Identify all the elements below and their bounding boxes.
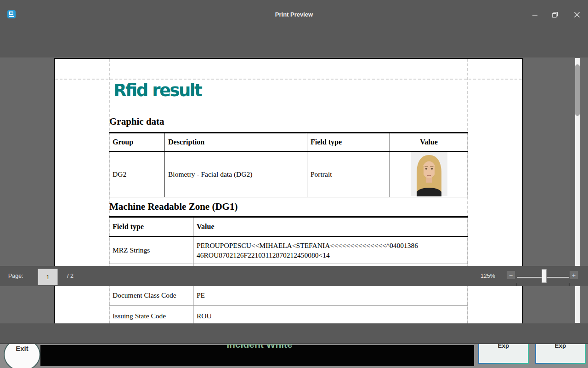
- margin-guide-top: [55, 79, 522, 80]
- portrait-photo: [411, 152, 447, 196]
- slider-tick: [516, 283, 517, 286]
- zoom-percent: 125%: [481, 273, 495, 279]
- title-bar: Print Preview: [0, 0, 588, 29]
- document-title: Rfid result: [113, 81, 201, 100]
- cell-field-type: Portrait: [307, 151, 390, 197]
- cell-description: Biometry - Facial data (DG2): [165, 151, 307, 197]
- zoom-slider-thumb[interactable]: [542, 269, 547, 283]
- toolbar: ?: [0, 29, 588, 58]
- zoom-plus-button[interactable]: +: [570, 271, 578, 279]
- window-title: Print Preview: [0, 11, 588, 18]
- cell-value: PEROUPOPESCU<<MIHAELA<STEFANIA<<<<<<<<<<…: [193, 236, 468, 264]
- page-total: / 2: [67, 273, 74, 279]
- cell-portrait: [390, 151, 468, 197]
- scrollbar-thumb[interactable]: [575, 64, 580, 116]
- restore-button[interactable]: [548, 10, 562, 19]
- col-field-type: Field type: [109, 217, 193, 236]
- cell-field: Document Class Code: [109, 285, 193, 306]
- screen: Exit Incident White Exp Exp Print Previe…: [0, 0, 588, 368]
- status-bar: Page: / 2 125% − +: [0, 266, 588, 286]
- graphic-data-heading: Graphic data: [109, 116, 164, 127]
- print-preview-window: Print Preview: [0, 0, 588, 344]
- mrz-heading: Machine Readable Zone (DG1): [109, 201, 237, 213]
- export-button-1-label: Exp: [479, 341, 528, 363]
- cell-field: MRZ Strings: [109, 236, 193, 264]
- slider-tick: [569, 283, 570, 286]
- zoom-minus-button[interactable]: −: [507, 271, 515, 279]
- cell-group: DG2: [109, 151, 165, 197]
- col-value: Value: [390, 133, 468, 151]
- col-group: Group: [109, 133, 165, 151]
- col-value: Value: [193, 217, 468, 236]
- export-button-2-label: Exp: [536, 341, 585, 363]
- col-description: Description: [165, 133, 307, 151]
- graphic-data-table: Group Description Field type Value DG2 B…: [109, 132, 468, 197]
- page-label: Page:: [8, 273, 23, 279]
- table-row: Document Class Code PE: [109, 285, 468, 306]
- cell-field: Issuing State Code: [109, 306, 193, 324]
- col-field-type: Field type: [307, 133, 390, 151]
- table-row: DG2 Biometry - Facial data (DG2) Portrai…: [109, 151, 468, 197]
- close-button[interactable]: [570, 10, 584, 19]
- minimize-button[interactable]: [528, 10, 542, 19]
- cell-value: PE: [193, 285, 468, 306]
- cell-value: ROU: [193, 306, 468, 324]
- table-row: MRZ Strings PEROUPOPESCU<<MIHAELA<STEFAN…: [109, 236, 468, 264]
- page-number-input[interactable]: [38, 269, 58, 285]
- table-row: Issuing State Code ROU: [109, 306, 468, 324]
